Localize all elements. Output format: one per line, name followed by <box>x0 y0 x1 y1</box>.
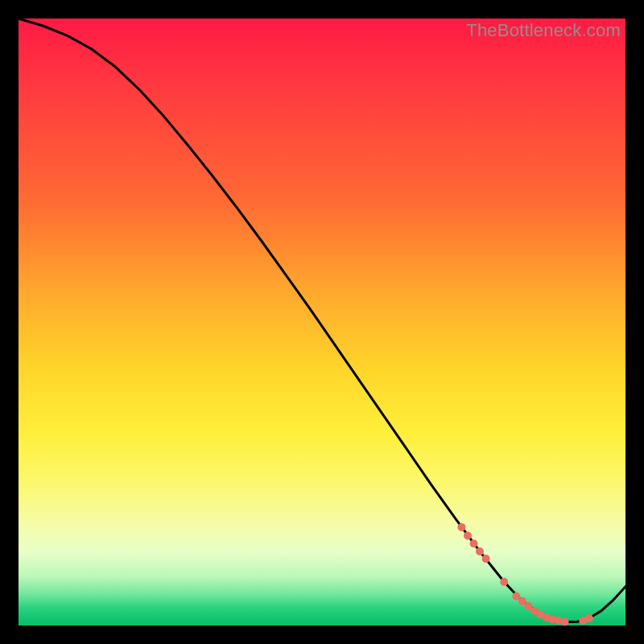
curve-marker <box>585 614 593 622</box>
curve-marker <box>476 547 484 555</box>
curve-svg <box>19 19 625 625</box>
bottleneck-curve <box>19 19 625 622</box>
plot-area: TheBottleneck.com <box>19 19 625 625</box>
curve-marker <box>457 523 465 531</box>
curve-marker <box>464 531 472 539</box>
curve-marker <box>561 618 569 626</box>
curve-marker <box>500 578 508 586</box>
curve-markers <box>457 523 592 626</box>
curve-marker <box>470 539 478 547</box>
chart-frame: TheBottleneck.com <box>0 0 644 644</box>
curve-marker <box>482 555 490 563</box>
